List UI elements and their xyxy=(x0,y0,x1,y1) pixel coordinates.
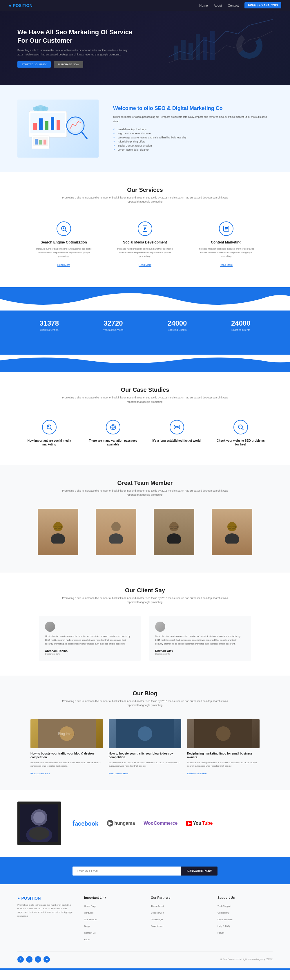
team-card-3 xyxy=(148,509,200,558)
welcome-heading: Welcome to ollo SEO & Digital Marketing … xyxy=(113,105,273,111)
svg-point-24 xyxy=(33,107,40,111)
team-grid xyxy=(17,509,273,558)
svg-rect-10 xyxy=(33,123,37,130)
blog-read-more-2[interactable]: Read content Here xyxy=(109,772,128,775)
content-icon xyxy=(219,221,233,236)
svg-point-55 xyxy=(167,533,181,544)
case-grid: How important are social media marketing… xyxy=(17,415,273,451)
svg-line-39 xyxy=(51,428,52,430)
stat-years-services: 32720 Years of Services xyxy=(103,319,124,331)
hero-title: We Have All Seo Marketing Of Service For… xyxy=(17,28,133,45)
nav-home[interactable]: Home xyxy=(199,4,208,7)
footer-support-tech[interactable]: Tech Support xyxy=(217,905,231,907)
team-photo-4 xyxy=(212,509,252,555)
team-title: Great Team Member xyxy=(17,480,273,486)
svg-line-17 xyxy=(82,132,87,139)
footer-support-docs[interactable]: Documentation xyxy=(217,918,233,921)
team-card-4 xyxy=(206,509,258,558)
footer-brand: ● POSITION xyxy=(17,896,73,900)
footer-partners-title: Our Partners xyxy=(151,896,206,899)
svg-rect-4 xyxy=(203,37,208,60)
team-section: Great Team Member Promoting a site to in… xyxy=(0,465,290,573)
hero-section: We Have All Seo Marketing Of Service For… xyxy=(0,11,290,85)
navbar: ● POSITION Home About Contact FREE SEO A… xyxy=(0,0,290,11)
svg-rect-12 xyxy=(45,121,48,130)
team-card-1 xyxy=(32,509,84,558)
svg-point-74 xyxy=(33,812,45,823)
welcome-list-item: Lorem ipsum dolor sit amet xyxy=(113,148,273,152)
svg-line-45 xyxy=(242,428,244,430)
facebook-logo: facebook xyxy=(73,819,98,827)
newsletter-section: SUBSCRIBE NOW xyxy=(0,858,290,884)
footer-support-links: Tech Support Community Documentation Hel… xyxy=(217,903,273,935)
footer-important-links: Home Page WirdBlox Our Services Blogs Co… xyxy=(84,903,139,942)
wave-svg xyxy=(0,287,290,310)
hero-chart-decoration xyxy=(168,16,278,69)
hero-buttons: STARTED JOURNEY PURCHASE NOW xyxy=(17,61,133,68)
footer-support-faq[interactable]: Help & FAQ xyxy=(217,925,230,928)
footer-partner-codecanyon[interactable]: Codecanyon xyxy=(151,912,164,914)
footer-link-blogs[interactable]: Blogs xyxy=(84,925,90,928)
footer-link-home[interactable]: Home Page xyxy=(84,905,96,907)
case-icon-3 xyxy=(170,420,184,434)
team-photo-3 xyxy=(154,509,194,555)
footer-link-contact[interactable]: Contact Us xyxy=(84,932,96,934)
stat-label-1: Client Retention xyxy=(40,328,59,331)
svg-rect-11 xyxy=(39,118,43,130)
footer-partner-audiojungle[interactable]: Audiojungle xyxy=(151,918,163,921)
welcome-illustration xyxy=(23,102,93,155)
footer-support-forum[interactable]: Forum xyxy=(217,932,224,934)
footer-partner-themeforest[interactable]: Themeforest xyxy=(151,905,164,907)
content-title: Content Marketing xyxy=(196,240,257,244)
svg-rect-21 xyxy=(39,140,42,145)
footer-partner-links: Themeforest Codecanyon Audiojungle Graph… xyxy=(151,903,206,928)
stat-label-3: Satisfied Clients xyxy=(168,328,187,331)
free-analysis-button[interactable]: FREE SEO ANALYSIS xyxy=(244,2,281,8)
footer-grid: ● POSITION Promoting a site to increase … xyxy=(17,896,273,943)
stat-satisfied-2: 24000 Satisfied Clients xyxy=(231,319,250,331)
social-facebook-icon[interactable]: f xyxy=(17,956,24,963)
purchase-button[interactable]: PURCHASE NOW xyxy=(54,61,84,68)
newsletter-subscribe-button[interactable]: SUBSCRIBE NOW xyxy=(181,867,217,875)
footer-accent-bar xyxy=(0,968,290,970)
testimonial-role-2: Designers info xyxy=(155,653,245,655)
testimonial-text-2: Most effective seo increases the number … xyxy=(155,635,245,646)
blog-post-desc-1: Increase number backlinks inbound anothe… xyxy=(30,761,103,768)
seo-read-more[interactable]: Read More xyxy=(57,264,70,267)
social-icon xyxy=(138,221,152,236)
testimonial-avatar-2 xyxy=(155,622,165,632)
footer-link-services[interactable]: Our Services xyxy=(84,918,97,921)
blog-read-more-3[interactable]: Read content Here xyxy=(187,772,206,775)
nav-about[interactable]: About xyxy=(214,4,222,7)
footer-support-community[interactable]: Community xyxy=(217,912,229,914)
wave-container xyxy=(0,287,290,310)
blog-grid: Blog Image How to booste your traffic yo… xyxy=(17,719,273,775)
blog-read-more-1[interactable]: Read content Here xyxy=(30,772,50,775)
footer-link-about[interactable]: About xyxy=(84,938,90,941)
nav-contact[interactable]: Contact xyxy=(228,4,239,7)
svg-point-52 xyxy=(111,522,120,531)
testimonial-role-1: Designers info xyxy=(45,653,135,655)
blog-title: Our Blog xyxy=(17,690,273,697)
svg-point-48 xyxy=(51,533,65,544)
footer-support-col: Support Us Tech Support Community Docume… xyxy=(217,896,273,943)
person-silhouette-3 xyxy=(165,520,183,544)
social-twitter-icon[interactable]: t xyxy=(26,956,32,963)
navbar-brand: ● POSITION xyxy=(9,3,32,8)
welcome-list-item: Affordable pricing offers xyxy=(113,140,273,144)
svg-point-75 xyxy=(29,827,49,840)
started-button[interactable]: STARTED JOURNEY xyxy=(17,61,51,68)
person-silhouette-1 xyxy=(49,520,67,544)
hungama-logo: ▶ hungama xyxy=(107,820,135,826)
social-linkedin-icon[interactable]: in xyxy=(35,956,41,963)
footer-social: f t in ▶ xyxy=(17,956,50,963)
newsletter-email-input[interactable] xyxy=(73,867,181,875)
social-youtube-icon[interactable]: ▶ xyxy=(43,956,50,963)
social-read-more[interactable]: Read More xyxy=(139,264,152,267)
footer-link-wirdblox[interactable]: WirdBlox xyxy=(84,912,93,914)
hero-content: We Have All Seo Marketing Of Service For… xyxy=(17,28,133,68)
footer-partners-col: Our Partners Themeforest Codecanyon Audi… xyxy=(151,896,206,943)
content-read-more[interactable]: Read More xyxy=(220,264,233,267)
footer-partner-graphicriver[interactable]: Graphicriver xyxy=(151,925,163,928)
welcome-list-item: High customer retention rate xyxy=(113,132,273,135)
